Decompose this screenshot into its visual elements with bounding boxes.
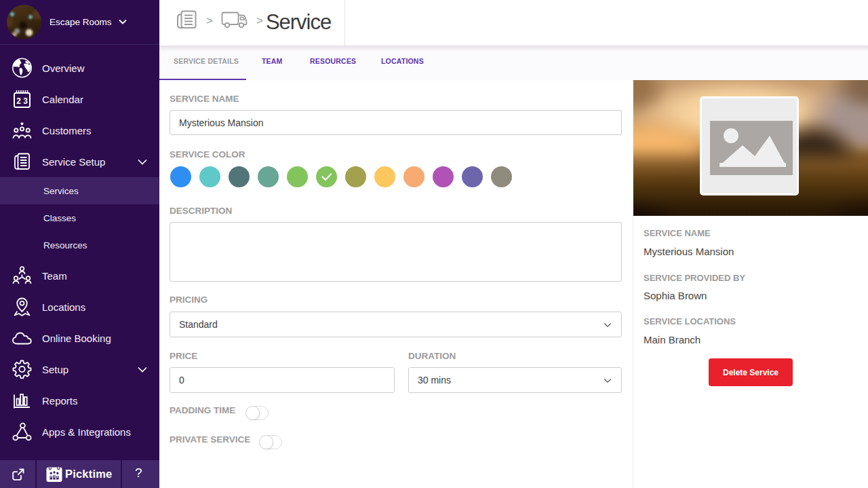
svg-text:2 3: 2 3: [16, 96, 28, 106]
